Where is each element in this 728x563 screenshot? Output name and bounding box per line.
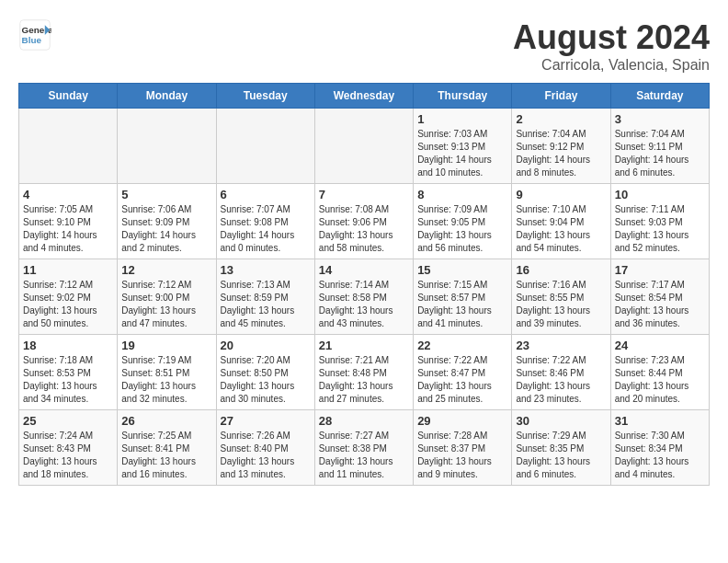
day-info: Sunrise: 7:04 AM Sunset: 9:12 PM Dayligh… xyxy=(516,128,606,179)
calendar-cell: 4Sunrise: 7:05 AM Sunset: 9:10 PM Daylig… xyxy=(19,184,118,259)
day-info: Sunrise: 7:23 AM Sunset: 8:44 PM Dayligh… xyxy=(615,354,705,406)
title-area: August 2024 Carricola, Valencia, Spain xyxy=(513,18,710,74)
calendar-cell: 22Sunrise: 7:22 AM Sunset: 8:47 PM Dayli… xyxy=(414,335,512,410)
day-info: Sunrise: 7:30 AM Sunset: 8:34 PM Dayligh… xyxy=(615,430,705,481)
day-info: Sunrise: 7:11 AM Sunset: 9:03 PM Dayligh… xyxy=(615,203,705,255)
calendar-cell: 20Sunrise: 7:20 AM Sunset: 8:50 PM Dayli… xyxy=(216,335,314,410)
main-title: August 2024 xyxy=(513,18,710,57)
day-number: 15 xyxy=(417,263,507,277)
calendar-cell: 12Sunrise: 7:12 AM Sunset: 9:00 PM Dayli… xyxy=(118,259,216,335)
calendar-cell: 21Sunrise: 7:21 AM Sunset: 8:48 PM Dayli… xyxy=(314,335,413,410)
calendar-body: 1Sunrise: 7:03 AM Sunset: 9:13 PM Daylig… xyxy=(19,109,710,486)
day-number: 18 xyxy=(23,339,113,352)
day-number: 30 xyxy=(516,414,606,428)
calendar-week-5: 25Sunrise: 7:24 AM Sunset: 8:43 PM Dayli… xyxy=(19,410,710,486)
day-info: Sunrise: 7:12 AM Sunset: 9:02 PM Dayligh… xyxy=(23,279,113,330)
day-number: 27 xyxy=(221,414,311,428)
logo-icon: General Blue xyxy=(18,18,51,52)
day-info: Sunrise: 7:16 AM Sunset: 8:55 PM Dayligh… xyxy=(516,279,606,330)
calendar-cell: 17Sunrise: 7:17 AM Sunset: 8:54 PM Dayli… xyxy=(610,259,709,335)
calendar-cell: 8Sunrise: 7:09 AM Sunset: 9:05 PM Daylig… xyxy=(414,184,512,259)
day-number: 21 xyxy=(319,339,409,352)
calendar-cell xyxy=(118,109,216,184)
day-info: Sunrise: 7:19 AM Sunset: 8:51 PM Dayligh… xyxy=(121,354,211,406)
day-number: 26 xyxy=(121,414,211,428)
day-info: Sunrise: 7:06 AM Sunset: 9:09 PM Dayligh… xyxy=(121,203,211,255)
day-number: 7 xyxy=(319,188,409,201)
day-info: Sunrise: 7:27 AM Sunset: 8:38 PM Dayligh… xyxy=(319,430,409,481)
day-number: 6 xyxy=(221,188,311,201)
day-number: 28 xyxy=(319,414,409,428)
calendar-week-3: 11Sunrise: 7:12 AM Sunset: 9:02 PM Dayli… xyxy=(19,259,710,335)
day-number: 17 xyxy=(615,263,705,277)
day-number: 2 xyxy=(516,112,606,126)
day-number: 20 xyxy=(221,339,311,352)
day-info: Sunrise: 7:15 AM Sunset: 8:57 PM Dayligh… xyxy=(417,279,507,330)
day-info: Sunrise: 7:13 AM Sunset: 8:59 PM Dayligh… xyxy=(221,279,311,330)
day-info: Sunrise: 7:14 AM Sunset: 8:58 PM Dayligh… xyxy=(319,279,409,330)
page-header: General Blue August 2024 Carricola, Vale… xyxy=(18,18,710,74)
calendar-cell: 18Sunrise: 7:18 AM Sunset: 8:53 PM Dayli… xyxy=(19,335,118,410)
calendar-cell: 2Sunrise: 7:04 AM Sunset: 9:12 PM Daylig… xyxy=(512,109,610,184)
calendar-cell: 6Sunrise: 7:07 AM Sunset: 9:08 PM Daylig… xyxy=(216,184,314,259)
day-number: 9 xyxy=(516,188,606,201)
calendar-cell: 31Sunrise: 7:30 AM Sunset: 8:34 PM Dayli… xyxy=(610,410,709,486)
calendar-cell: 14Sunrise: 7:14 AM Sunset: 8:58 PM Dayli… xyxy=(314,259,413,335)
day-info: Sunrise: 7:28 AM Sunset: 8:37 PM Dayligh… xyxy=(417,430,507,481)
calendar-cell: 11Sunrise: 7:12 AM Sunset: 9:02 PM Dayli… xyxy=(19,259,118,335)
day-number: 10 xyxy=(615,188,705,201)
day-number: 25 xyxy=(23,414,113,428)
subtitle: Carricola, Valencia, Spain xyxy=(513,57,710,74)
day-info: Sunrise: 7:26 AM Sunset: 8:40 PM Dayligh… xyxy=(221,430,311,481)
day-info: Sunrise: 7:17 AM Sunset: 8:54 PM Dayligh… xyxy=(615,279,705,330)
day-number: 14 xyxy=(319,263,409,277)
day-info: Sunrise: 7:29 AM Sunset: 8:35 PM Dayligh… xyxy=(516,430,606,481)
calendar-cell: 9Sunrise: 7:10 AM Sunset: 9:04 PM Daylig… xyxy=(512,184,610,259)
day-info: Sunrise: 7:22 AM Sunset: 8:47 PM Dayligh… xyxy=(417,354,507,406)
calendar-cell: 1Sunrise: 7:03 AM Sunset: 9:13 PM Daylig… xyxy=(414,109,512,184)
day-info: Sunrise: 7:04 AM Sunset: 9:11 PM Dayligh… xyxy=(615,128,705,179)
day-number: 13 xyxy=(221,263,311,277)
day-info: Sunrise: 7:03 AM Sunset: 9:13 PM Dayligh… xyxy=(417,128,507,179)
day-info: Sunrise: 7:21 AM Sunset: 8:48 PM Dayligh… xyxy=(319,354,409,406)
calendar-cell: 29Sunrise: 7:28 AM Sunset: 8:37 PM Dayli… xyxy=(414,410,512,486)
calendar-cell: 10Sunrise: 7:11 AM Sunset: 9:03 PM Dayli… xyxy=(610,184,709,259)
calendar-cell: 23Sunrise: 7:22 AM Sunset: 8:46 PM Dayli… xyxy=(512,335,610,410)
weekday-header-saturday: Saturday xyxy=(610,84,709,109)
calendar-cell: 16Sunrise: 7:16 AM Sunset: 8:55 PM Dayli… xyxy=(512,259,610,335)
calendar-week-4: 18Sunrise: 7:18 AM Sunset: 8:53 PM Dayli… xyxy=(19,335,710,410)
weekday-header-thursday: Thursday xyxy=(414,84,512,109)
day-number: 1 xyxy=(417,112,507,126)
day-info: Sunrise: 7:12 AM Sunset: 9:00 PM Dayligh… xyxy=(121,279,211,330)
day-number: 11 xyxy=(23,263,113,277)
calendar-cell: 27Sunrise: 7:26 AM Sunset: 8:40 PM Dayli… xyxy=(216,410,314,486)
day-number: 8 xyxy=(417,188,507,201)
day-info: Sunrise: 7:20 AM Sunset: 8:50 PM Dayligh… xyxy=(221,354,311,406)
calendar-cell: 5Sunrise: 7:06 AM Sunset: 9:09 PM Daylig… xyxy=(118,184,216,259)
day-number: 12 xyxy=(121,263,211,277)
calendar-cell: 13Sunrise: 7:13 AM Sunset: 8:59 PM Dayli… xyxy=(216,259,314,335)
calendar-cell: 26Sunrise: 7:25 AM Sunset: 8:41 PM Dayli… xyxy=(118,410,216,486)
day-number: 16 xyxy=(516,263,606,277)
calendar-week-1: 1Sunrise: 7:03 AM Sunset: 9:13 PM Daylig… xyxy=(19,109,710,184)
day-info: Sunrise: 7:07 AM Sunset: 9:08 PM Dayligh… xyxy=(221,203,311,255)
weekday-header-monday: Monday xyxy=(118,84,216,109)
calendar-cell xyxy=(314,109,413,184)
weekday-header-wednesday: Wednesday xyxy=(314,84,413,109)
day-number: 31 xyxy=(615,414,705,428)
calendar-cell: 28Sunrise: 7:27 AM Sunset: 8:38 PM Dayli… xyxy=(314,410,413,486)
calendar-table: SundayMondayTuesdayWednesdayThursdayFrid… xyxy=(18,83,710,486)
day-number: 22 xyxy=(417,339,507,352)
calendar-cell xyxy=(19,109,118,184)
calendar-cell: 30Sunrise: 7:29 AM Sunset: 8:35 PM Dayli… xyxy=(512,410,610,486)
day-info: Sunrise: 7:10 AM Sunset: 9:04 PM Dayligh… xyxy=(516,203,606,255)
day-info: Sunrise: 7:18 AM Sunset: 8:53 PM Dayligh… xyxy=(23,354,113,406)
calendar-cell: 7Sunrise: 7:08 AM Sunset: 9:06 PM Daylig… xyxy=(314,184,413,259)
day-number: 4 xyxy=(23,188,113,201)
day-info: Sunrise: 7:24 AM Sunset: 8:43 PM Dayligh… xyxy=(23,430,113,481)
weekday-header-tuesday: Tuesday xyxy=(216,84,314,109)
calendar-cell xyxy=(216,109,314,184)
day-info: Sunrise: 7:09 AM Sunset: 9:05 PM Dayligh… xyxy=(417,203,507,255)
calendar-cell: 25Sunrise: 7:24 AM Sunset: 8:43 PM Dayli… xyxy=(19,410,118,486)
day-info: Sunrise: 7:22 AM Sunset: 8:46 PM Dayligh… xyxy=(516,354,606,406)
